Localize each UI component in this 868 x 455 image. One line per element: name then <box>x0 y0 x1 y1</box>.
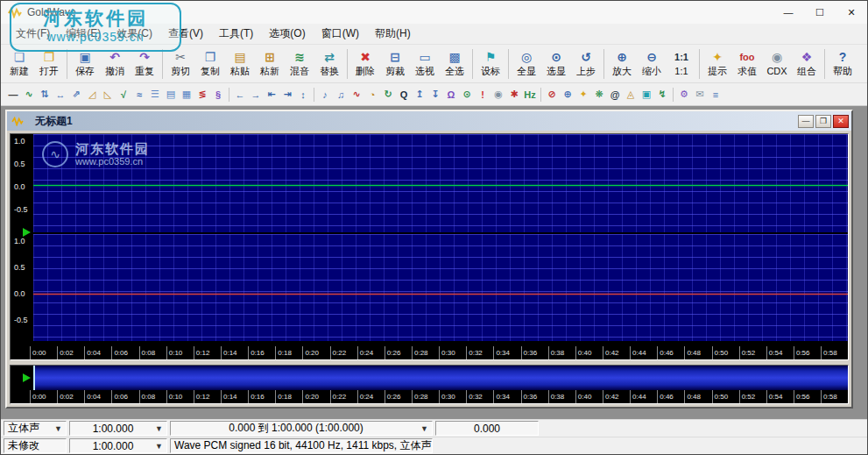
list-bars-icon[interactable]: ≡ <box>708 87 723 103</box>
tips-button[interactable]: ✦提示 <box>702 46 732 82</box>
clipping-alert-icon[interactable]: ! <box>475 87 490 103</box>
length-select[interactable]: 1:00.000 ▼ <box>69 421 167 436</box>
playback-marker[interactable] <box>23 228 31 237</box>
paste-new-button[interactable]: ⊞粘新 <box>255 46 285 82</box>
right-channel[interactable]: 1.00.50.0-0.5 <box>11 232 848 341</box>
cdx-button[interactable]: ◉CDX <box>762 46 792 82</box>
overview-time-ruler[interactable]: 0:000:020:040:060:080:100:120:140:160:18… <box>30 390 848 403</box>
smoother-icon[interactable]: ≈ <box>131 87 147 103</box>
offset-up-icon[interactable]: ↥ <box>412 87 427 103</box>
expander-icon[interactable]: ⇗ <box>68 87 84 103</box>
compressor-icon[interactable]: ≶ <box>194 87 210 103</box>
reverse-icon[interactable]: ↻ <box>380 87 396 103</box>
document-titlebar[interactable]: 无标题1 — ❐ ✕ <box>7 111 851 131</box>
playback-rate-icon[interactable]: ♫ <box>333 87 349 103</box>
seek-right-icon[interactable]: → <box>248 87 264 103</box>
mail-icon[interactable]: ✉ <box>692 87 708 103</box>
frequency-icon[interactable]: Hz <box>522 87 538 103</box>
equalizer-icon[interactable]: ☰ <box>147 87 163 103</box>
flower-effect-icon[interactable]: ❋ <box>591 87 607 103</box>
oscillator-icon[interactable]: ∿ <box>349 87 364 103</box>
main-time-ruler[interactable]: 0:000:020:040:060:080:100:120:140:160:18… <box>30 346 848 359</box>
length2-select[interactable]: 1:00.000 ▼ <box>69 438 167 453</box>
select-all-button[interactable]: ▩全选 <box>440 46 469 82</box>
minimize-button[interactable]: — <box>773 1 804 24</box>
left-channel[interactable]: 1.00.50.0-0.5 ∿ 河东软件园 www.pc0359.cn <box>11 134 848 232</box>
menu-item-3[interactable]: 效果(C) <box>109 24 160 44</box>
pitch-icon[interactable]: ♪ <box>317 87 333 103</box>
undo-button[interactable]: ↶撤消 <box>100 46 130 82</box>
at-effect-icon[interactable]: @ <box>607 87 623 103</box>
maximize-button[interactable]: ☐ <box>804 1 836 24</box>
box-effect-icon[interactable]: ▣ <box>639 87 654 103</box>
mute-icon[interactable]: ⊘ <box>544 87 560 103</box>
menu-item-7[interactable]: 窗口(W) <box>314 24 367 44</box>
document-minimize-button[interactable]: — <box>798 115 814 128</box>
trim-button[interactable]: ⊟剪裁 <box>380 46 410 82</box>
copy-button[interactable]: ❐复制 <box>195 46 225 82</box>
zoom-in-button[interactable]: ⊕放大 <box>607 46 637 82</box>
show-all-button[interactable]: ◎全显 <box>512 46 541 82</box>
open-button[interactable]: ❐打开 <box>34 46 64 82</box>
matrix-icon[interactable]: ▦ <box>179 87 194 103</box>
channel-mode-select[interactable]: 立体声 ▼ <box>4 421 67 436</box>
timer-icon[interactable]: ◔ <box>364 87 380 103</box>
seek-left-icon[interactable]: ← <box>232 87 248 103</box>
lightning-icon[interactable]: ↯ <box>654 87 670 103</box>
redo-button[interactable]: ↷重复 <box>130 46 159 82</box>
modulator-icon[interactable]: § <box>210 87 226 103</box>
menu-item-5[interactable]: 工具(T) <box>211 24 261 44</box>
bands-icon[interactable]: ▤ <box>163 87 179 103</box>
left-channel-plot[interactable]: ∿ 河东软件园 www.pc0359.cn <box>33 134 848 232</box>
waveform-channels[interactable]: 1.00.50.0-0.5 ∿ 河东软件园 www.pc0359.cn <box>11 134 848 341</box>
zoom-1-1-button[interactable]: 1:11:1 <box>667 46 696 82</box>
sqrt-filter-icon[interactable]: √ <box>116 87 131 103</box>
mix-add-icon[interactable]: ⊕ <box>560 87 575 103</box>
selection-range-select[interactable]: 0.000 到 1:00.000 (1:00.000) ▼ <box>170 421 433 436</box>
evaluate-button[interactable]: foo求值 <box>732 46 762 82</box>
time-stretch-icon[interactable]: ↔ <box>53 87 68 103</box>
mix-button[interactable]: ≋混音 <box>285 46 314 82</box>
save-button[interactable]: ▣保存 <box>70 46 100 82</box>
sparkle-icon[interactable]: ✦ <box>575 87 591 103</box>
new-button[interactable]: ❏新建 <box>4 46 34 82</box>
menu-item-8[interactable]: 帮助(H) <box>367 24 419 44</box>
previous-zoom-button[interactable]: ↺上步 <box>571 46 601 82</box>
zoom-out-button[interactable]: ⊖缩小 <box>637 46 667 82</box>
paste-button[interactable]: ▤粘贴 <box>225 46 255 82</box>
replace-button[interactable]: ⇄替换 <box>314 46 344 82</box>
seek-start-icon[interactable]: ⇤ <box>264 87 279 103</box>
menu-item-2[interactable]: 编辑(E) <box>58 24 109 44</box>
quality-icon[interactable]: Q <box>396 87 412 103</box>
set-marker-button[interactable]: ⚑设标 <box>476 46 505 82</box>
resistance-icon[interactable]: Ω <box>443 87 459 103</box>
combine-button[interactable]: ❖组合 <box>792 46 822 82</box>
wave-shape-icon[interactable]: ∿ <box>21 87 37 103</box>
seek-end-icon[interactable]: ⇥ <box>279 87 295 103</box>
menu-item-4[interactable]: 查看(V) <box>160 24 211 44</box>
select-view-button[interactable]: ▭选视 <box>410 46 440 82</box>
target-icon[interactable]: ⊙ <box>459 87 475 103</box>
offset-down-icon[interactable]: ↧ <box>427 87 443 103</box>
show-selection-button[interactable]: ⊙选显 <box>541 46 571 82</box>
settings-gear-icon[interactable]: ⚙ <box>676 87 692 103</box>
overview-playback-marker[interactable] <box>23 373 31 382</box>
right-channel-plot[interactable] <box>33 234 848 341</box>
fade-out-icon[interactable]: ◿ <box>84 87 100 103</box>
vertical-zoom-icon[interactable]: ↕ <box>295 87 311 103</box>
flatten-icon[interactable]: — <box>5 87 21 103</box>
triangle-wave-icon[interactable]: ◬ <box>623 87 639 103</box>
fade-in-icon[interactable]: ◺ <box>100 87 116 103</box>
help-button[interactable]: ?帮助 <box>828 46 857 82</box>
document-restore-button[interactable]: ❐ <box>815 115 831 128</box>
cd-audio-icon[interactable]: ◉ <box>490 87 506 103</box>
overview-waveform[interactable] <box>33 366 848 390</box>
swap-channels-icon[interactable]: ⇅ <box>37 87 53 103</box>
delete-button[interactable]: ✖删除 <box>350 46 380 82</box>
close-button[interactable]: ✕ <box>836 1 867 24</box>
cut-button[interactable]: ✂剪切 <box>166 46 195 82</box>
noise-burst-icon[interactable]: ✱ <box>506 87 522 103</box>
menu-item-6[interactable]: 选项(O) <box>261 24 313 44</box>
document-close-button[interactable]: ✕ <box>833 115 849 128</box>
menu-item-1[interactable]: 文件(F) <box>8 24 58 44</box>
